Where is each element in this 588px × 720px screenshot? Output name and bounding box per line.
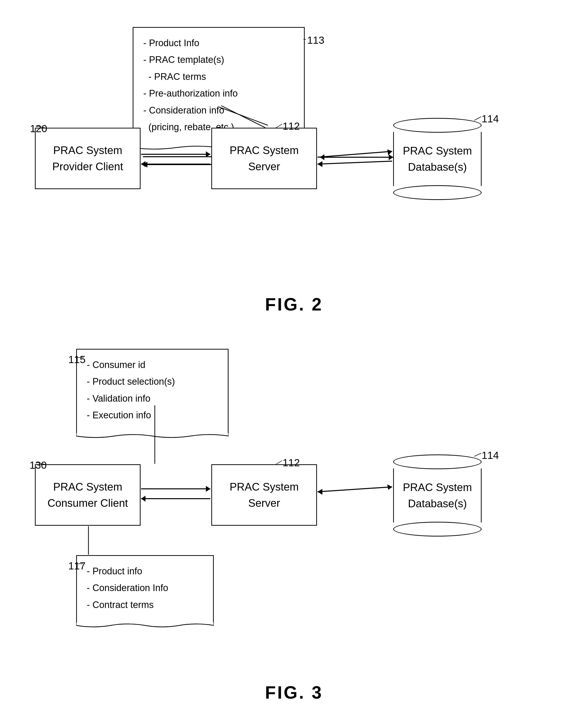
box-130: PRAC System Consumer Client <box>35 464 141 526</box>
doc115-line3: - Validation info <box>87 390 218 407</box>
box120-line2: Provider Client <box>52 158 123 175</box>
svg-marker-28 <box>206 486 210 492</box>
box112a-line2: Server <box>248 158 280 175</box>
svg-marker-30 <box>141 496 145 502</box>
doc117: - Product info - Consideration Info - Co… <box>76 555 214 624</box>
svg-marker-32 <box>317 489 322 495</box>
svg-marker-6 <box>389 154 393 160</box>
doc113-line1: - Product Info <box>143 35 294 51</box>
svg-marker-19 <box>317 161 322 167</box>
cyl114a-line2: Database(s) <box>408 161 467 173</box>
label-130: 130 <box>29 459 47 471</box>
box-112a: PRAC System Server <box>211 128 317 189</box>
label-120: 120 <box>30 123 47 134</box>
doc115: - Consumer id - Product selection(s) - V… <box>76 349 229 434</box>
svg-line-31 <box>317 487 392 492</box>
label-114b: 114 <box>482 449 499 461</box>
fig2-label: FIG. 2 <box>15 294 573 314</box>
box130-line1: PRAC System <box>53 479 122 495</box>
cylinder-114b: PRAC System Database(s) <box>393 454 482 536</box>
doc113-line3: - PRAC terms <box>143 68 294 85</box>
box112b-line1: PRAC System <box>230 479 298 495</box>
fig3-label: FIG. 3 <box>15 682 573 703</box>
doc115-line2: - Product selection(s) <box>87 373 218 390</box>
svg-marker-13 <box>206 151 210 157</box>
box-112b: PRAC System Server <box>211 464 317 526</box>
fig2-diagram: - Product Info - PRAC template(s) - PRAC… <box>15 15 573 322</box>
box120-line1: PRAC System <box>53 142 122 158</box>
cyl114b-line2: Database(s) <box>408 497 467 509</box>
doc117-line1: - Product info <box>87 563 203 579</box>
label-112b: 112 <box>282 457 300 469</box>
box-120: PRAC System Provider Client <box>35 128 141 189</box>
doc113-line4: - Pre-authorization info <box>143 85 294 102</box>
doc113-line2: - PRAC template(s) <box>143 51 294 68</box>
svg-marker-17 <box>387 149 392 155</box>
cyl114a-line1: PRAC System <box>403 145 472 157</box>
doc117-line2: - Consideration Info <box>87 579 203 596</box>
box112b-line2: Server <box>248 495 280 511</box>
svg-marker-33 <box>387 484 392 490</box>
svg-line-18 <box>317 161 392 164</box>
svg-marker-3 <box>143 162 147 168</box>
label-115: 115 <box>68 354 85 365</box>
box112a-line1: PRAC System <box>230 142 298 158</box>
box130-line2: Consumer Client <box>47 495 128 511</box>
svg-marker-15 <box>141 161 145 167</box>
doc115-line4: - Execution info <box>87 407 218 424</box>
label-112a: 112 <box>282 120 300 132</box>
doc115-line1: - Consumer id <box>87 356 218 373</box>
label-113: 113 <box>307 35 324 46</box>
label-114a: 114 <box>482 113 499 125</box>
page: - Product Info - PRAC template(s) - PRAC… <box>0 0 588 720</box>
label-117: 117 <box>68 560 85 572</box>
doc117-line3: - Contract terms <box>87 596 203 613</box>
cylinder-114a: PRAC System Database(s) <box>393 118 482 200</box>
fig3-diagram: - Consumer id - Product selection(s) - V… <box>15 341 573 710</box>
cyl114b-line1: PRAC System <box>403 481 472 493</box>
svg-line-16 <box>317 151 392 157</box>
svg-marker-5 <box>320 154 324 160</box>
doc113-line5: - Consideration info <box>143 102 294 119</box>
